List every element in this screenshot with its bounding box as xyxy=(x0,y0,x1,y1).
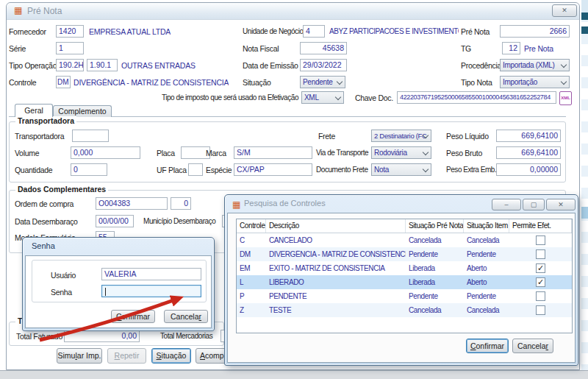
chevron-down-icon xyxy=(337,79,343,85)
quantidade-input[interactable]: 0 xyxy=(71,163,107,176)
cell-situacao-item: Aberto xyxy=(464,278,509,286)
dados-complementares-group-label: Dados Complementares xyxy=(15,185,108,194)
permite-efet-checkbox[interactable] xyxy=(536,305,545,315)
tipo-operacao-code2-input[interactable]: 1.90.1 xyxy=(87,59,118,71)
permite-efet-checkbox[interactable] xyxy=(536,291,545,301)
ordem-compra-seq-input[interactable]: 0 xyxy=(171,197,191,210)
uf-placa-label: UF Placa xyxy=(157,166,187,174)
cell-situacao-item: Pendente xyxy=(464,250,509,258)
tipo-nota-select[interactable]: Importação xyxy=(500,76,570,88)
dialog-title: Senha xyxy=(32,241,55,250)
unidade-negocio-name: ABYZ PARTICIPACOES E INVESTIMENTOS L xyxy=(329,27,459,35)
table-row[interactable]: DM DIVERGÊNCIA - MATRIZ DE CONSISTENCIA … xyxy=(237,247,572,261)
col-situacao-pre-nota: Situação Pré Nota xyxy=(406,219,464,233)
situacao-button[interactable]: Situação xyxy=(151,348,191,364)
tab-geral[interactable]: Geral xyxy=(15,104,53,117)
cancelar-button[interactable]: Cancelar xyxy=(164,310,208,323)
cell-descricao: DIVERGÊNCIA - MATRIZ DE CONSISTENCIA xyxy=(266,250,406,258)
senha-label: Senha xyxy=(51,288,72,297)
maximize-icon[interactable]: ▢ xyxy=(523,199,545,210)
fornecedor-code-input[interactable]: 1420 xyxy=(56,25,84,38)
pre-nota-input[interactable]: 2666 xyxy=(500,25,570,38)
marca-input[interactable]: S/M xyxy=(234,146,312,159)
peso-bruto-input[interactable]: 669,64100 xyxy=(496,146,561,159)
situacao-select[interactable]: Pendente xyxy=(300,76,345,88)
table-row[interactable]: P PENDENTE Pendente Pendente xyxy=(237,289,572,303)
controle-code-input[interactable]: DM xyxy=(56,76,71,88)
tg-input[interactable]: 12 xyxy=(502,42,520,54)
dialog-title: Pesquisa de Controles xyxy=(244,199,326,208)
peso-liquido-label: Peso Líquido xyxy=(446,132,489,141)
cell-situacao-pre-nota: Pendente xyxy=(406,250,464,258)
unidade-negocio-label: Unidade de Negócio xyxy=(243,27,304,35)
tab-complemento[interactable]: Complemento xyxy=(53,105,112,117)
peso-liquido-input[interactable]: 669,64100 xyxy=(496,130,561,142)
cancelar-button[interactable]: Cancelar xyxy=(512,339,553,353)
data-desembaraco-label: Data Desembaraço xyxy=(15,217,78,226)
chevron-down-icon xyxy=(335,94,341,100)
table-row[interactable]: Z TESTE Cancelada Cancelada xyxy=(237,303,572,317)
cell-situacao-pre-nota: Cancelada xyxy=(406,306,464,314)
data-desembaraco-input[interactable]: 00/00/00 xyxy=(96,215,134,227)
pre-nota-label: Pré Nota xyxy=(461,27,490,36)
data-emissao-input[interactable]: 29/03/2022 xyxy=(300,59,347,71)
ordem-compra-input[interactable]: O004383 xyxy=(96,197,168,210)
via-transporte-label: Via de Transporte xyxy=(316,149,368,157)
tipo-imposto-select[interactable]: XML xyxy=(301,91,344,104)
serie-input[interactable]: 1 xyxy=(56,42,84,54)
tipo-imposto-label: Tipo de imposto que será usado na Efetiv… xyxy=(132,93,298,102)
title-bar[interactable]: ▦ Pré Nota ✕ xyxy=(7,3,579,20)
table-row[interactable]: EM EXITO - MATRIZ DE CONSISTENCIA Libera… xyxy=(237,261,572,275)
transportadora-label: Transportadora xyxy=(15,132,64,141)
minimize-icon[interactable]: – xyxy=(492,199,521,210)
data-emissao-label: Data de Emissão xyxy=(243,61,298,70)
cell-permite-efet xyxy=(509,305,572,315)
unidade-negocio-code-input[interactable]: 4 xyxy=(303,25,325,38)
xml-file-icon[interactable]: XML xyxy=(559,91,572,105)
total-faturado-input[interactable]: 0,00 xyxy=(64,330,140,342)
repetir-button[interactable]: Repetir xyxy=(107,348,146,364)
app-icon: ▦ xyxy=(232,199,240,210)
permite-efet-checkbox[interactable] xyxy=(536,235,545,245)
tipo-operacao-code1-input[interactable]: 190.2H xyxy=(56,59,84,71)
situacao-label: Situação xyxy=(243,78,270,87)
desktop-strip xyxy=(0,370,588,379)
cell-descricao: EXITO - MATRIZ DE CONSISTENCIA xyxy=(266,264,406,272)
confirmar-button[interactable]: Confirmar xyxy=(111,310,155,323)
documento-frete-select[interactable]: Nota xyxy=(371,163,431,176)
nota-fiscal-input[interactable]: 45638 xyxy=(300,42,347,54)
table-row[interactable]: C CANCELADO Cancelada Cancelada xyxy=(237,233,572,247)
usuario-input[interactable]: VALERIA xyxy=(101,268,201,280)
cell-permite-efet xyxy=(509,235,572,245)
tipo-operacao-label: Tipo Operação xyxy=(9,61,57,70)
senha-dialog: Senha Usuário VALERIA Senha Confirmar Ca… xyxy=(22,237,215,331)
cell-controle: EM xyxy=(237,264,266,272)
close-icon[interactable]: ✕ xyxy=(552,4,577,17)
senha-input[interactable] xyxy=(101,285,201,297)
especie-label: Espécie xyxy=(206,166,232,174)
confirmar-button[interactable]: Confirmar xyxy=(466,339,509,353)
tipo-nota-label: Tipo Nota xyxy=(461,78,492,87)
frete-select[interactable]: 2 Destinatario (FC xyxy=(371,130,431,142)
cell-permite-efet: ✓ xyxy=(509,263,572,273)
permite-efet-checkbox[interactable]: ✓ xyxy=(536,263,545,273)
permite-efet-checkbox[interactable]: ✓ xyxy=(536,277,545,287)
pesquisa-controles-dialog: ▦ Pesquisa de Controles – ▢ ✕ Controle D… xyxy=(224,194,578,366)
permite-efet-checkbox[interactable] xyxy=(536,249,545,259)
procedencia-select[interactable]: Importada (XML) xyxy=(500,59,570,71)
volume-input[interactable]: 0,000 xyxy=(71,146,140,159)
simular-imp-button[interactable]: Simular Imp. xyxy=(57,348,102,364)
quantidade-label: Quantidade xyxy=(15,166,52,174)
table-row[interactable]: L LIBERADO Liberada Aberto ✓ xyxy=(237,275,572,289)
via-transporte-select[interactable]: Rodoviária xyxy=(371,146,431,159)
cell-situacao-pre-nota: Cancelada xyxy=(406,236,464,244)
close-icon[interactable]: ✕ xyxy=(546,199,576,210)
transportadora-input[interactable] xyxy=(72,130,109,142)
especie-input[interactable]: CX/PAP xyxy=(234,163,312,176)
controle-label: Controle xyxy=(9,78,36,87)
chave-doc-input[interactable]: 4222037671952500065855001000045638165225… xyxy=(397,91,556,104)
peso-extra-input[interactable]: 0,00000 xyxy=(496,163,561,176)
nota-fiscal-label: Nota Fiscal xyxy=(243,44,279,53)
usuario-label: Usuário xyxy=(51,271,76,280)
uf-placa-input[interactable] xyxy=(188,163,203,176)
